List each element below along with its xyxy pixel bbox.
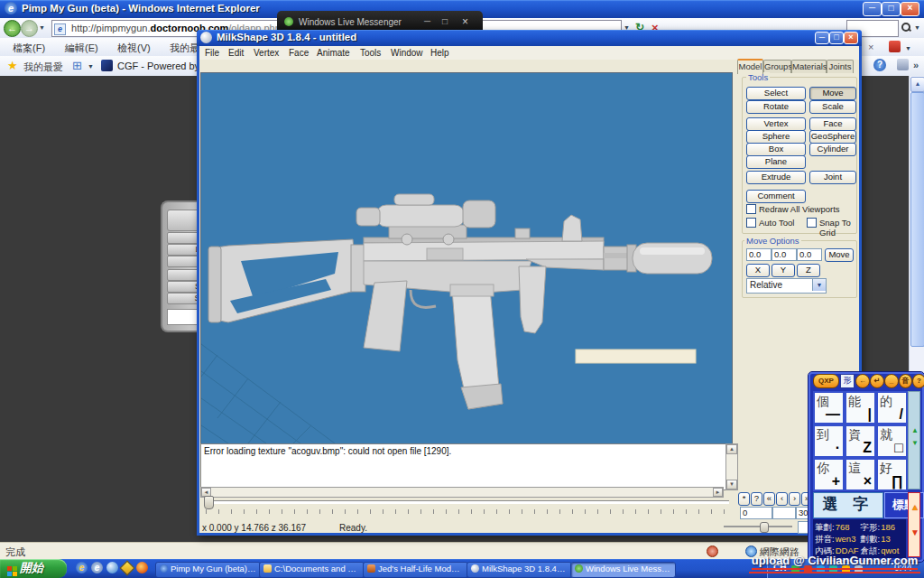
tab-materials[interactable]: Materials [791,60,827,73]
tool-sphere-button[interactable]: Sphere [746,130,806,144]
ime-logo-button[interactable]: QXP [813,374,839,388]
tool-box-button[interactable]: Box [746,143,806,156]
anim-key-button[interactable]: * [738,492,750,506]
ime-cell[interactable]: 資Z [845,424,876,458]
msg-scroll-down-icon[interactable]: ▼ [726,480,737,489]
ie-menu-edit[interactable]: 編輯(E) [65,42,98,55]
keyframe-slider[interactable] [204,500,729,504]
pdf-icon[interactable] [889,41,901,52]
anim-mid-input[interactable] [772,507,796,519]
menu-face[interactable]: Face [289,48,309,58]
ime-arrow-down-icon[interactable]: ▼ [910,527,919,537]
pdf-dropdown-icon[interactable]: ▼ [905,45,911,51]
axis-x-button[interactable]: X [746,264,770,277]
history-dropdown-icon[interactable]: ▼ [39,24,45,31]
anim-mini-slider-thumb[interactable] [760,522,769,533]
message-vscrollbar[interactable]: ▲ ▼ [725,443,738,490]
ime-arrow-up-icon[interactable]: ▲ [910,502,919,512]
menu-vertex[interactable]: Vertex [254,48,279,58]
messenger-close-button[interactable]: × [462,15,468,28]
scroll-up-button[interactable]: ▲ [910,77,924,92]
ms3d-close-button[interactable]: × [844,32,858,44]
ms3d-minimize-button[interactable]: ─ [815,32,829,44]
ime-cell[interactable]: 就□ [876,424,908,458]
tool-comment-button[interactable]: Comment [746,190,806,203]
tool-cylinder-button[interactable]: Cylinder [809,143,856,156]
move-x-input[interactable]: 0.0 [746,248,772,261]
menu-help[interactable]: Help [430,48,449,58]
ime-space-button[interactable]: _ [884,374,899,388]
tab-groups[interactable]: Groups [763,60,791,73]
select-dropdown-icon[interactable]: ▼ [812,279,826,291]
ime-arrows-strip[interactable]: ▲ ▼ [908,492,920,557]
snap-checkbox[interactable] [807,218,817,228]
menu-tools[interactable]: Tools [360,48,381,58]
ime-cell[interactable]: 能| [845,391,876,424]
ie-minimize-button[interactable]: ─ [863,2,882,16]
task-messenger[interactable]: Windows Live Messen... [570,562,676,578]
ime-cell[interactable]: 到· [813,424,845,458]
ime-sound-button[interactable]: 音 [899,374,912,388]
start-button[interactable]: 開始 [0,559,67,578]
anim-prev-button[interactable]: ‹ [776,492,788,506]
move-mode-select[interactable]: Relative ▼ [746,278,827,294]
tool-face-button[interactable]: Face [809,117,856,131]
move-z-input[interactable]: 0.0 [797,248,822,261]
quicklaunch-firefox-icon[interactable] [136,562,148,573]
tool-vertex-button[interactable]: Vertex [746,117,806,131]
messenger-minimize-button[interactable]: ─ [424,16,430,26]
ime-scroll-down-icon[interactable]: ▼ [911,439,919,447]
anim-first-button[interactable]: « [763,492,775,506]
ime-enter-button[interactable]: ↵ [870,374,884,388]
ime-scroll-strip[interactable]: ▲ ▼ [908,391,920,489]
task-milkshape[interactable]: MilkShape 3D 1.8.4 - ... [467,562,572,578]
tab-grid-dropdown-icon[interactable]: ▼ [88,63,94,70]
tool-geosphere-button[interactable]: GeoSphere [809,130,856,144]
tool-extrude-button[interactable]: Extrude [746,171,806,184]
ime-cell[interactable]: 個— [813,391,845,424]
scroll-thumb[interactable] [910,92,924,347]
ie-close-button[interactable]: × [901,2,919,16]
autotool-checkbox[interactable] [746,218,756,228]
msg-scroll-right-icon[interactable]: ► [713,488,723,497]
anim-mini-slider[interactable] [724,526,792,527]
ie-restore-button[interactable]: □ [882,2,901,16]
move-apply-button[interactable]: Move [825,248,854,262]
ime-scroll-up-icon[interactable]: ▲ [911,426,919,434]
quicklaunch-msn-icon[interactable]: e [91,562,103,573]
tool-move-button[interactable]: Move [809,87,856,100]
task-explorer[interactable]: C:\Documents and Sett... [259,562,365,578]
quicklaunch-browser-icon[interactable] [106,562,118,573]
tool-scale-button[interactable]: Scale [809,100,856,114]
ime-cell[interactable]: 你+ [813,458,845,491]
ime-help-button[interactable]: ? [912,374,924,388]
search-dropdown-icon[interactable]: ▼ [914,24,920,31]
task-jeds-hlmv[interactable]: Jed's Half-Life Model ... [363,562,468,578]
axis-y-button[interactable]: Y [772,264,795,277]
tool-plane-button[interactable]: Plane [746,155,806,169]
ie-menu-file[interactable]: 檔案(F) [13,42,45,55]
message-hscrollbar[interactable]: ◄ ► [200,487,724,498]
ime-cell[interactable]: 這× [845,458,876,491]
search-icon[interactable] [901,23,910,31]
ime-select-button[interactable]: 選 字 [813,492,883,518]
anim-next-button[interactable]: › [789,492,800,506]
quicklaunch-ie-icon[interactable]: e [76,562,88,573]
forward-button[interactable]: → [21,20,38,37]
tab-joints[interactable]: Joints [827,60,854,73]
tab-model[interactable]: Model [737,59,763,74]
anim-current-frame-input[interactable]: 0 [740,507,772,519]
tab-grid-icon[interactable]: ⊞ [72,59,82,72]
menu-animate[interactable]: Animate [317,48,350,58]
tools-gear-icon[interactable] [897,59,909,70]
menu-window[interactable]: Window [391,48,423,58]
help-icon[interactable]: ? [873,59,886,71]
quicklaunch-diamond-icon[interactable] [120,561,135,576]
tool-select-button[interactable]: Select [746,87,806,100]
axis-z-button[interactable]: Z [797,264,820,277]
keyframe-slider-thumb[interactable] [204,496,214,509]
redraw-checkbox[interactable] [746,204,756,214]
favorites-label[interactable]: 我的最愛 [23,61,63,74]
star-icon[interactable]: ★ [7,59,18,72]
message-log[interactable]: Error loading texture "acoguv.bmp": coul… [200,443,729,490]
